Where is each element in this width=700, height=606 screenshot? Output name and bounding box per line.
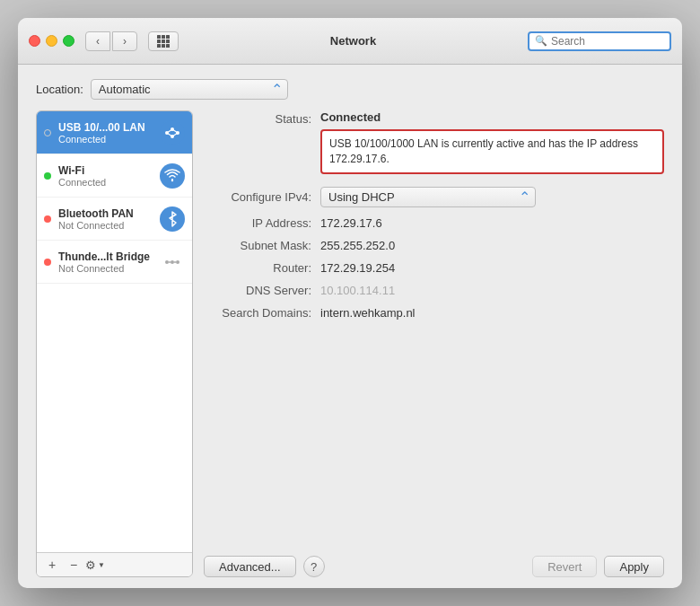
- configure-ipv4-row: Configure IPv4: Using DHCP Manually Off …: [204, 187, 664, 207]
- status-dot-bluetooth: [44, 215, 51, 223]
- sidebar-list: USB 10/...00 LAN Connected: [37, 111, 192, 552]
- gear-menu-button[interactable]: ⚙ ▼: [85, 558, 105, 572]
- minimize-button[interactable]: [46, 35, 57, 47]
- status-message-box: USB 10/100/1000 LAN is currently active …: [320, 129, 664, 174]
- close-button[interactable]: [29, 35, 40, 47]
- network-sidebar: USB 10/...00 LAN Connected: [36, 110, 193, 577]
- configure-select-wrapper: Using DHCP Manually Off ⌃: [320, 187, 536, 207]
- sidebar-toolbar: + − ⚙ ▼: [37, 552, 192, 576]
- window-title: Network: [186, 34, 521, 48]
- bluetooth-text: Bluetooth PAN Not Connected: [58, 207, 153, 231]
- thunderbolt-status: Not Connected: [58, 263, 153, 274]
- status-message: USB 10/100/1000 LAN is currently active …: [329, 137, 638, 165]
- dns-server-value: 10.100.114.11: [320, 284, 395, 297]
- router-value: 172.29.19.254: [320, 261, 395, 275]
- dns-server-row: DNS Server: 10.100.114.11: [204, 284, 664, 297]
- svg-point-10: [171, 260, 174, 264]
- location-select[interactable]: Automatic Edit Locations...: [91, 79, 288, 100]
- bluetooth-status: Not Connected: [58, 220, 153, 231]
- forward-button[interactable]: ›: [112, 31, 137, 51]
- bottom-right: Revert Apply: [532, 556, 664, 577]
- svg-line-6: [167, 133, 172, 136]
- apply-button[interactable]: Apply: [604, 556, 664, 577]
- svg-line-5: [172, 129, 178, 133]
- configure-ipv4-select[interactable]: Using DHCP Manually Off: [320, 187, 536, 207]
- usb-lan-text: USB 10/...00 LAN Connected: [58, 121, 153, 145]
- thunderbolt-icon: [160, 250, 185, 275]
- subnet-mask-value: 255.255.252.0: [320, 239, 395, 252]
- status-dot-thunderbolt: [44, 259, 51, 266]
- configure-label: Configure IPv4:: [204, 190, 311, 204]
- router-row: Router: 172.29.19.254: [204, 261, 664, 275]
- ip-address-row: IP Address: 172.29.17.6: [204, 216, 664, 230]
- location-label: Location:: [36, 83, 83, 96]
- traffic-lights: [29, 35, 74, 47]
- svg-point-11: [176, 260, 179, 264]
- network-window: ‹ › Network 🔍 Location: Automatic Edit L…: [18, 18, 682, 588]
- subnet-mask-label: Subnet Mask:: [204, 239, 311, 252]
- location-select-wrapper: Automatic Edit Locations... ⌃: [91, 79, 288, 100]
- svg-line-4: [167, 129, 172, 133]
- maximize-button[interactable]: [63, 35, 74, 47]
- search-domains-row: Search Domains: intern.wehkamp.nl: [204, 306, 664, 320]
- ip-address-label: IP Address:: [204, 216, 311, 230]
- location-bar: Location: Automatic Edit Locations... ⌃: [36, 79, 664, 100]
- help-button[interactable]: ?: [303, 556, 325, 577]
- search-domains-value: intern.wehkamp.nl: [320, 306, 416, 320]
- ip-address-value: 172.29.17.6: [320, 216, 382, 230]
- status-dot-usb: [44, 129, 51, 136]
- detail-panel: Status: Connected USB 10/100/1000 LAN is…: [204, 110, 664, 577]
- search-domains-label: Search Domains:: [204, 306, 311, 320]
- router-label: Router:: [204, 261, 311, 275]
- usb-lan-name: USB 10/...00 LAN: [58, 121, 153, 134]
- status-value-col: Connected USB 10/100/1000 LAN is current…: [320, 110, 664, 174]
- svg-line-7: [172, 133, 178, 136]
- bottom-left: Advanced... ?: [204, 556, 325, 577]
- remove-network-button[interactable]: −: [64, 557, 83, 573]
- grid-button[interactable]: [148, 31, 179, 51]
- wifi-icon: [160, 163, 185, 189]
- status-dot-wifi: [44, 172, 51, 180]
- gear-chevron: ▼: [98, 561, 105, 569]
- bluetooth-icon: [160, 206, 185, 232]
- sidebar-item-bluetooth[interactable]: Bluetooth PAN Not Connected: [37, 198, 192, 241]
- thunderbolt-text: Thunde...lt Bridge Not Connected: [58, 250, 153, 274]
- revert-button[interactable]: Revert: [532, 556, 597, 577]
- back-button[interactable]: ‹: [85, 31, 110, 51]
- dns-server-label: DNS Server:: [204, 284, 311, 297]
- advanced-button[interactable]: Advanced...: [204, 556, 296, 577]
- wifi-name: Wi-Fi: [58, 164, 153, 177]
- content-area: Location: Automatic Edit Locations... ⌃: [18, 65, 682, 588]
- grid-icon: [157, 35, 170, 48]
- sidebar-item-wifi[interactable]: Wi-Fi Connected: [37, 154, 192, 198]
- subnet-mask-row: Subnet Mask: 255.255.252.0: [204, 239, 664, 252]
- gear-icon: ⚙: [85, 558, 96, 572]
- search-box[interactable]: 🔍: [528, 31, 671, 51]
- main-panel: USB 10/...00 LAN Connected: [36, 110, 664, 577]
- usb-lan-status: Connected: [58, 134, 153, 145]
- status-label: Status:: [204, 110, 311, 126]
- wifi-text: Wi-Fi Connected: [58, 164, 153, 188]
- add-network-button[interactable]: +: [42, 557, 62, 573]
- bottom-row: Advanced... ? Revert Apply: [204, 556, 664, 577]
- status-connected: Connected: [320, 110, 664, 124]
- usb-lan-icon: [160, 120, 185, 145]
- sidebar-item-usb-lan[interactable]: USB 10/...00 LAN Connected: [37, 111, 192, 154]
- sidebar-item-thunderbolt[interactable]: Thunde...lt Bridge Not Connected: [37, 241, 192, 284]
- svg-point-9: [165, 260, 169, 264]
- search-input[interactable]: [551, 35, 664, 48]
- thunderbolt-name: Thunde...lt Bridge: [58, 250, 153, 263]
- bluetooth-name: Bluetooth PAN: [58, 207, 153, 220]
- status-section: Status: Connected USB 10/100/1000 LAN is…: [204, 110, 664, 174]
- svg-point-8: [171, 179, 173, 180]
- wifi-status: Connected: [58, 177, 153, 188]
- titlebar: ‹ › Network 🔍: [18, 18, 682, 65]
- search-icon: 🔍: [535, 35, 547, 47]
- nav-buttons: ‹ ›: [85, 31, 137, 51]
